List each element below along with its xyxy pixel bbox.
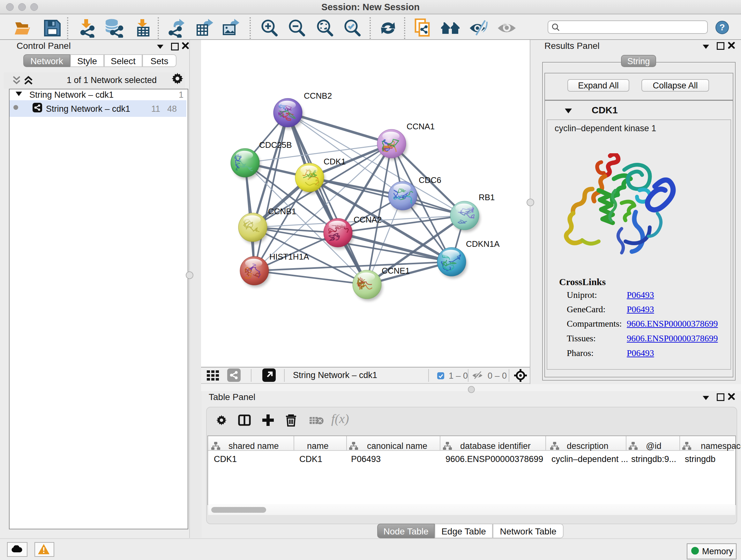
svg-text:CCNB2: CCNB2 — [304, 91, 332, 101]
svg-text:CCNA1: CCNA1 — [407, 122, 434, 131]
svg-text:CCNB1: CCNB1 — [268, 206, 296, 216]
svg-text:CCNE1: CCNE1 — [382, 266, 410, 275]
svg-text:CDC6: CDC6 — [419, 175, 441, 185]
svg-text:CDC25B: CDC25B — [259, 140, 292, 150]
svg-text:CDKN1A: CDKN1A — [466, 239, 500, 249]
svg-text:RB1: RB1 — [479, 192, 495, 202]
svg-text:CCNA2: CCNA2 — [354, 215, 382, 225]
svg-text:CDK1: CDK1 — [324, 157, 346, 166]
svg-text:HIST1H1A: HIST1H1A — [269, 252, 309, 261]
